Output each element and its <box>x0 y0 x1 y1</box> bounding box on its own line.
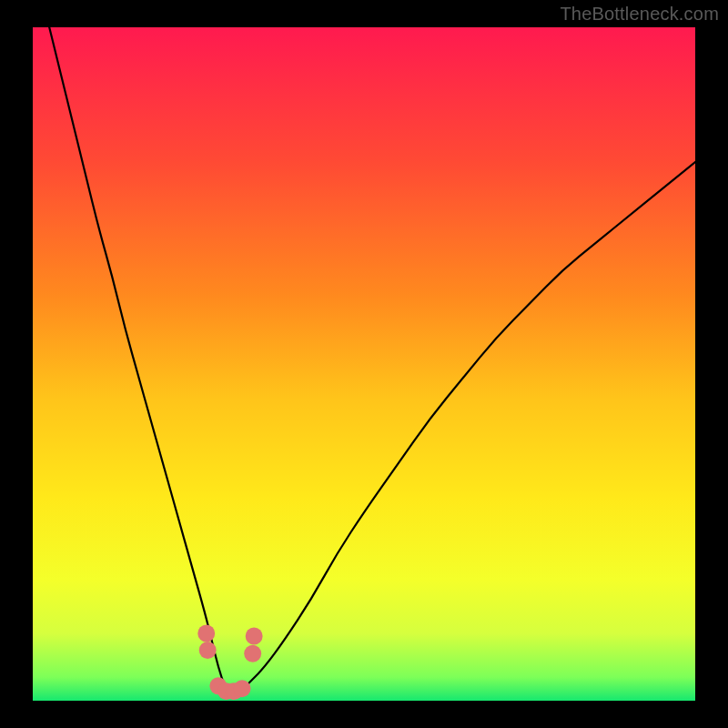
marker-dot <box>246 627 263 644</box>
chart-root: { "attribution": "TheBottleneck.com", "c… <box>0 0 728 728</box>
marker-dot <box>199 642 217 659</box>
gradient-background <box>33 27 695 701</box>
marker-dot <box>234 680 251 697</box>
marker-dot <box>197 625 215 642</box>
attribution-text: TheBottleneck.com <box>560 4 719 25</box>
marker-dot <box>244 645 261 662</box>
chart-canvas <box>0 0 728 728</box>
